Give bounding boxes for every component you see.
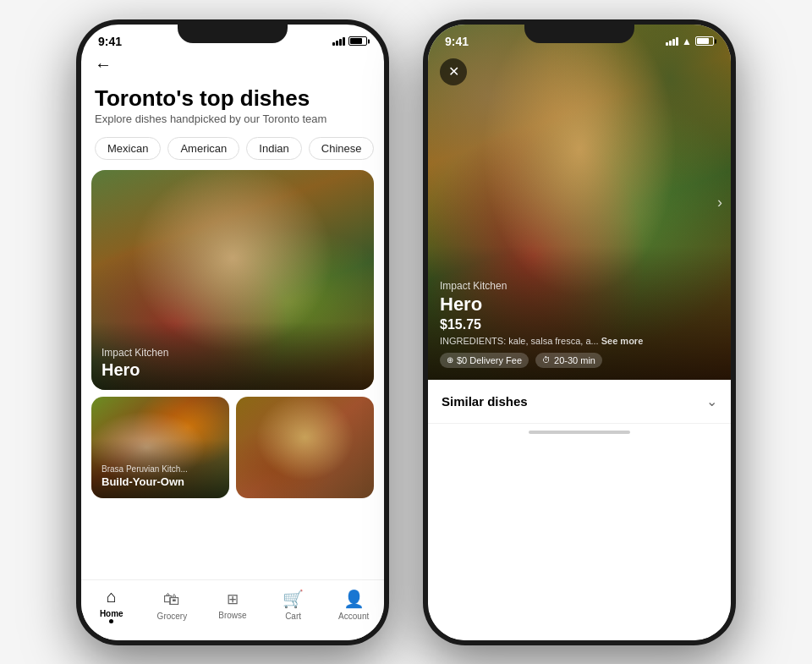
nav-active-indicator	[109, 619, 113, 623]
nav-home[interactable]: ⌂ Home	[88, 587, 134, 623]
clock-icon: ⏱	[542, 355, 551, 365]
right-restaurant: Impact Kitchen	[440, 280, 719, 292]
delivery-fee-badge: ⊕ $0 Delivery Fee	[440, 353, 529, 368]
delivery-fee-icon: ⊕	[447, 355, 453, 365]
close-button[interactable]: ✕	[440, 58, 467, 85]
right-ingredients: INGREDIENTS: kale, salsa fresca, a... Se…	[440, 336, 719, 346]
nav-cart[interactable]: 🛒 Cart	[270, 589, 316, 621]
filter-american[interactable]: American	[167, 137, 239, 160]
right-dish: Hero	[440, 294, 719, 316]
notch-right	[524, 19, 634, 43]
chevron-right-icon[interactable]: ›	[717, 193, 722, 211]
right-battery-fill	[697, 38, 709, 44]
right-time: 9:41	[445, 35, 469, 48]
small-card-1-dish: Build-Your-Own	[102, 475, 219, 488]
food-grid: Impact Kitchen Hero Brasa Peruvian Kitch…	[81, 170, 384, 579]
nav-grocery-label: Grocery	[157, 612, 188, 621]
home-indicator	[428, 424, 731, 437]
hero-dish-name: Hero	[102, 360, 364, 380]
right-bottom-section: Similar dishes ⌄	[428, 380, 731, 640]
account-icon: 👤	[343, 589, 365, 609]
home-icon: ⌂	[107, 587, 117, 606]
right-battery-icon	[695, 36, 714, 46]
similar-dishes-row[interactable]: Similar dishes ⌄	[428, 380, 731, 424]
small-card-2[interactable]	[236, 397, 374, 498]
nav-browse[interactable]: ⊞ Browse	[209, 590, 255, 620]
back-button[interactable]: ←	[81, 52, 384, 81]
small-card-1-restaurant: Brasa Peruvian Kitch...	[102, 464, 219, 474]
small-card-1[interactable]: Brasa Peruvian Kitch... Build-Your-Own	[91, 397, 229, 498]
right-status-icons: ▲	[666, 36, 714, 47]
home-indicator-bar	[529, 431, 630, 434]
back-arrow-icon[interactable]: ←	[95, 55, 112, 74]
bottom-nav: ⌂ Home 🛍 Grocery ⊞ Browse 🛒 Cart 👤	[81, 579, 384, 640]
page-subtitle: Explore dishes handpicked by our Toronto…	[81, 112, 384, 134]
signal-icon	[332, 37, 345, 46]
delivery-fee-label: $0 Delivery Fee	[457, 355, 522, 365]
left-screen: 9:41 ← Toronto's top d	[81, 25, 384, 640]
nav-account-label: Account	[338, 612, 369, 621]
similar-dishes-label: Similar dishes	[442, 394, 528, 409]
left-time: 9:41	[98, 35, 122, 48]
hero-restaurant: Impact Kitchen	[102, 347, 364, 359]
nav-home-label: Home	[100, 609, 123, 618]
filter-indian[interactable]: Indian	[246, 137, 301, 160]
nav-browse-label: Browse	[218, 611, 246, 620]
delivery-time-badge: ⏱ 20-30 min	[535, 353, 602, 368]
right-food-image: 9:41 ▲	[428, 25, 731, 380]
battery-fill	[350, 38, 362, 44]
right-phone: 9:41 ▲	[423, 19, 736, 645]
chevron-down-icon: ⌄	[706, 393, 717, 409]
delivery-time-label: 20-30 min	[554, 355, 595, 365]
notch-left	[178, 19, 288, 43]
close-icon: ✕	[448, 63, 459, 80]
nav-account[interactable]: 👤 Account	[331, 589, 377, 621]
cart-icon: 🛒	[283, 589, 304, 609]
right-signal-icon	[666, 37, 678, 46]
filter-mexican[interactable]: Mexican	[95, 137, 161, 160]
page-title: Toronto's top dishes	[81, 81, 384, 113]
right-info-overlay: Impact Kitchen Hero $15.75 INGREDIENTS: …	[428, 246, 731, 380]
hero-card-label: Impact Kitchen Hero	[91, 321, 374, 390]
small-card-2-image	[236, 397, 374, 498]
small-card-1-label: Brasa Peruvian Kitch... Build-Your-Own	[91, 439, 229, 498]
browse-icon: ⊞	[227, 590, 239, 608]
left-status-icons	[332, 36, 367, 46]
filter-chinese[interactable]: Chinese	[309, 137, 375, 160]
battery-icon	[348, 36, 367, 46]
filter-chips: Mexican American Indian Chinese	[81, 134, 384, 170]
delivery-badges: ⊕ $0 Delivery Fee ⏱ 20-30 min	[440, 353, 719, 368]
nav-cart-label: Cart	[285, 612, 301, 621]
right-price: $15.75	[440, 317, 719, 332]
right-screen: 9:41 ▲	[428, 25, 731, 640]
right-wifi-icon: ▲	[682, 36, 692, 47]
left-phone: 9:41 ← Toronto's top d	[76, 19, 389, 645]
hero-card[interactable]: Impact Kitchen Hero	[91, 170, 374, 390]
nav-grocery[interactable]: 🛍 Grocery	[149, 590, 195, 621]
small-cards: Brasa Peruvian Kitch... Build-Your-Own	[91, 397, 374, 498]
grocery-icon: 🛍	[163, 590, 180, 609]
see-more-link[interactable]: See more	[601, 336, 644, 346]
